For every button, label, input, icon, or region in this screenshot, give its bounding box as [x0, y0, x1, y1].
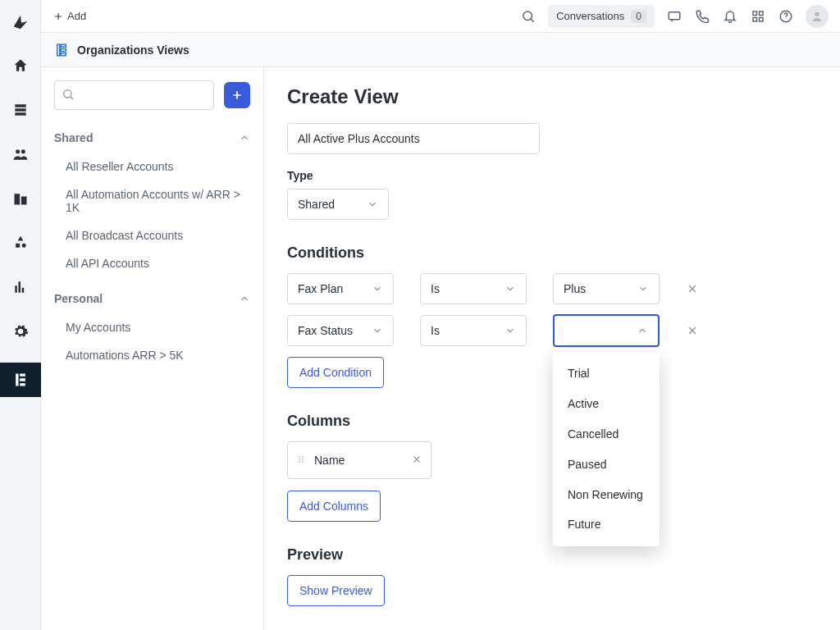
- views-search-box: [54, 80, 214, 110]
- show-preview-button[interactable]: Show Preview: [287, 575, 385, 606]
- condition-field-select[interactable]: Fax Plan: [287, 273, 394, 304]
- condition-operator-value: Is: [431, 324, 440, 337]
- nav-shapes-icon[interactable]: [7, 230, 34, 256]
- dropdown-option[interactable]: Active: [553, 389, 660, 419]
- dropdown-option[interactable]: Paused: [553, 450, 660, 480]
- dropdown-option[interactable]: Future: [553, 509, 660, 540]
- add-condition-button[interactable]: Add Condition: [287, 357, 384, 388]
- page-title: Create View: [287, 85, 817, 108]
- condition-field-value: Fax Status: [298, 324, 353, 337]
- add-label: Add: [67, 10, 86, 22]
- search-icon: [62, 88, 75, 101]
- type-select[interactable]: Shared: [287, 189, 389, 220]
- dropdown-option[interactable]: Cancelled: [553, 419, 660, 450]
- remove-column-button[interactable]: [411, 454, 422, 468]
- chevron-up-icon: [239, 293, 250, 304]
- nav-people-icon[interactable]: [7, 141, 34, 167]
- condition-field-value: Fax Plan: [298, 282, 343, 295]
- view-item[interactable]: All Broadcast Accounts: [62, 221, 250, 249]
- chevron-down-icon: [367, 199, 378, 210]
- view-name-input[interactable]: [287, 123, 540, 154]
- user-avatar[interactable]: [806, 5, 829, 28]
- main-column: Add Conversations 0: [41, 0, 840, 630]
- condition-value-value: Plus: [564, 282, 586, 295]
- group-personal-header[interactable]: Personal: [54, 285, 250, 312]
- form-area: Create View Type Shared Conditions Fax P…: [264, 67, 840, 630]
- view-item[interactable]: All API Accounts: [62, 249, 250, 277]
- svg-rect-4: [753, 11, 757, 16]
- nav-building-icon[interactable]: [7, 185, 34, 212]
- svg-point-14: [302, 456, 304, 458]
- help-icon[interactable]: [778, 8, 794, 25]
- svg-point-1: [21, 149, 25, 153]
- chevron-down-icon: [372, 325, 383, 336]
- breadcrumb-title: Organizations Views: [77, 43, 189, 57]
- svg-rect-6: [753, 17, 757, 21]
- add-columns-label: Add Columns: [299, 500, 368, 513]
- nav-views-icon[interactable]: [0, 363, 41, 397]
- dropdown-option[interactable]: Non Renewing: [553, 480, 660, 510]
- svg-point-12: [299, 459, 300, 460]
- chevron-down-icon: [504, 325, 516, 336]
- dropdown-option[interactable]: Trial: [553, 358, 660, 389]
- columns-heading: Columns: [287, 413, 817, 430]
- svg-point-13: [299, 461, 300, 463]
- group-personal-list: My Accounts Automations ARR > 5K: [54, 312, 250, 377]
- remove-condition-button[interactable]: [686, 324, 699, 337]
- group-shared-list: All Reseller Accounts All Automation Acc…: [54, 151, 250, 285]
- app-logo-icon[interactable]: [7, 8, 34, 34]
- svg-point-9: [815, 11, 819, 16]
- column-chip: Name: [287, 441, 431, 479]
- show-preview-label: Show Preview: [299, 584, 372, 597]
- nav-reports-icon[interactable]: [7, 274, 34, 300]
- svg-point-0: [16, 149, 20, 153]
- condition-operator-select[interactable]: Is: [420, 273, 527, 304]
- conversations-count: 0: [631, 10, 646, 23]
- nav-home-icon[interactable]: [7, 52, 34, 79]
- condition-value-select[interactable]: [553, 314, 660, 347]
- svg-point-10: [64, 90, 71, 98]
- add-view-button[interactable]: [224, 82, 250, 108]
- svg-point-16: [302, 461, 304, 463]
- type-label: Type: [287, 169, 817, 182]
- chevron-down-icon: [504, 283, 516, 294]
- phone-icon[interactable]: [694, 8, 710, 25]
- condition-operator-select[interactable]: Is: [420, 315, 527, 346]
- add-button[interactable]: Add: [52, 10, 86, 22]
- svg-point-11: [299, 456, 300, 458]
- conversations-pill[interactable]: Conversations 0: [548, 5, 655, 28]
- views-search-input[interactable]: [54, 80, 214, 110]
- view-item[interactable]: All Automation Accounts w/ ARR > 1K: [62, 180, 250, 221]
- column-label: Name: [314, 454, 403, 467]
- type-value: Shared: [298, 198, 335, 211]
- chat-icon[interactable]: [666, 8, 682, 25]
- search-icon[interactable]: [520, 8, 536, 25]
- svg-rect-5: [760, 11, 764, 16]
- condition-field-select[interactable]: Fax Status: [287, 315, 394, 346]
- add-columns-button[interactable]: Add Columns: [287, 491, 381, 522]
- group-shared-label: Shared: [54, 131, 93, 144]
- views-sidepanel: Shared All Reseller Accounts All Automat…: [41, 67, 264, 630]
- nav-settings-icon[interactable]: [7, 318, 34, 345]
- view-item[interactable]: All Reseller Accounts: [62, 153, 250, 180]
- chevron-down-icon: [637, 283, 649, 294]
- status-dropdown: Trial Active Cancelled Paused Non Renewi…: [553, 352, 660, 546]
- condition-row: Fax Plan Is Plus: [287, 273, 817, 304]
- apps-icon[interactable]: [750, 8, 766, 25]
- bell-icon[interactable]: [722, 8, 738, 25]
- conditions-heading: Conditions: [287, 244, 817, 262]
- view-item[interactable]: My Accounts: [62, 313, 250, 341]
- chevron-up-icon: [239, 132, 250, 144]
- drag-handle-icon[interactable]: [296, 454, 306, 467]
- group-personal-label: Personal: [54, 292, 103, 305]
- svg-rect-7: [760, 17, 764, 21]
- preview-heading: Preview: [287, 546, 817, 564]
- view-item[interactable]: Automations ARR > 5K: [62, 341, 250, 369]
- condition-value-select[interactable]: Plus: [553, 273, 660, 304]
- content-split: Shared All Reseller Accounts All Automat…: [41, 67, 840, 630]
- nav-inbox-icon[interactable]: [7, 97, 34, 123]
- group-shared-header[interactable]: Shared: [54, 125, 250, 151]
- svg-point-15: [302, 459, 304, 460]
- chevron-up-icon: [637, 325, 648, 336]
- remove-condition-button[interactable]: [686, 282, 699, 295]
